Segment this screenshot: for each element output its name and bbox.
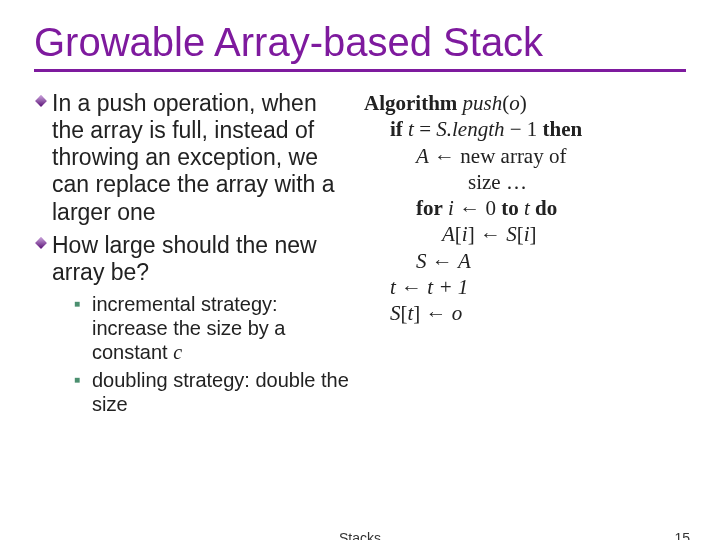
var-a: A <box>416 144 429 168</box>
var-slength: S.length <box>436 117 504 141</box>
arrow-icon: ← <box>454 196 486 220</box>
arrow-icon: ← <box>396 275 428 299</box>
algo-line: for i ← 0 to t do <box>364 195 664 221</box>
fn-arg: o <box>509 91 520 115</box>
text-run: − 1 <box>505 117 543 141</box>
sub-bullet-item: ■ incremental strategy: increase the siz… <box>74 292 354 364</box>
slide: Growable Array-based Stack In a push ope… <box>0 0 720 540</box>
kw-do: do <box>535 196 557 220</box>
arrow-icon: ← <box>475 222 507 246</box>
var-c: c <box>173 341 182 363</box>
arrow-icon: ← <box>427 249 459 273</box>
var-a: A <box>458 249 471 273</box>
sub-bullet-list: ■ incremental strategy: increase the siz… <box>74 292 354 416</box>
sub-bullet-text: doubling strategy: double the size <box>92 368 354 416</box>
algo-line: A ← new array of <box>364 143 664 169</box>
square-bullet-icon: ■ <box>74 292 92 364</box>
text-run: new array of <box>460 144 566 168</box>
algo-line: if t = S.length − 1 then <box>364 116 664 142</box>
fn-name: push <box>463 91 503 115</box>
var-s: S <box>390 301 401 325</box>
diamond-bullet-icon <box>34 232 52 286</box>
var-s: S <box>506 222 517 246</box>
svg-rect-1 <box>35 95 46 106</box>
kw-then: then <box>543 117 583 141</box>
slide-body: In a push operation, when the array is f… <box>34 90 686 420</box>
footer-title: Stacks <box>0 530 720 540</box>
arrow-icon: ← <box>429 144 461 168</box>
left-column: In a push operation, when the array is f… <box>34 90 354 420</box>
text-run: incremental strategy: increase the size … <box>92 293 285 363</box>
title-underline <box>34 69 686 72</box>
bullet-text: How large should the new array be? <box>52 232 354 286</box>
bullet-item: How large should the new array be? <box>34 232 354 286</box>
page-number: 15 <box>674 530 690 540</box>
svg-rect-3 <box>35 237 46 248</box>
sub-bullet-item: ■ doubling strategy: double the size <box>74 368 354 416</box>
algorithm-block: Algorithm push(o) if t = S.length − 1 th… <box>364 90 664 420</box>
algo-line: A[i] ← S[i] <box>364 221 664 247</box>
algo-line: size … <box>364 169 664 195</box>
kw-for: for <box>416 196 443 220</box>
bullet-text: In a push operation, when the array is f… <box>52 90 354 226</box>
var-a: A <box>442 222 455 246</box>
bullet-item: In a push operation, when the array is f… <box>34 90 354 226</box>
text-run: doubling strategy: double the size <box>92 369 349 415</box>
var-t: t <box>519 196 535 220</box>
algo-line: Algorithm push(o) <box>364 91 527 115</box>
text-run: 0 <box>485 196 501 220</box>
arrow-icon: ← <box>420 301 452 325</box>
sub-bullet-text: incremental strategy: increase the size … <box>92 292 354 364</box>
expr-tplus1: t + 1 <box>427 275 468 299</box>
kw-if: if <box>390 117 403 141</box>
op-eq: = <box>414 117 436 141</box>
kw-to: to <box>501 196 519 220</box>
var-s: S <box>416 249 427 273</box>
slide-title: Growable Array-based Stack <box>34 20 686 65</box>
algo-line: S ← A <box>364 248 664 274</box>
kw-algorithm: Algorithm <box>364 91 457 115</box>
algo-line: t ← t + 1 <box>364 274 664 300</box>
var-o: o <box>452 301 463 325</box>
text-run: size … <box>468 170 527 194</box>
algo-line: S[t] ← o <box>364 300 664 326</box>
diamond-bullet-icon <box>34 90 52 226</box>
square-bullet-icon: ■ <box>74 368 92 416</box>
